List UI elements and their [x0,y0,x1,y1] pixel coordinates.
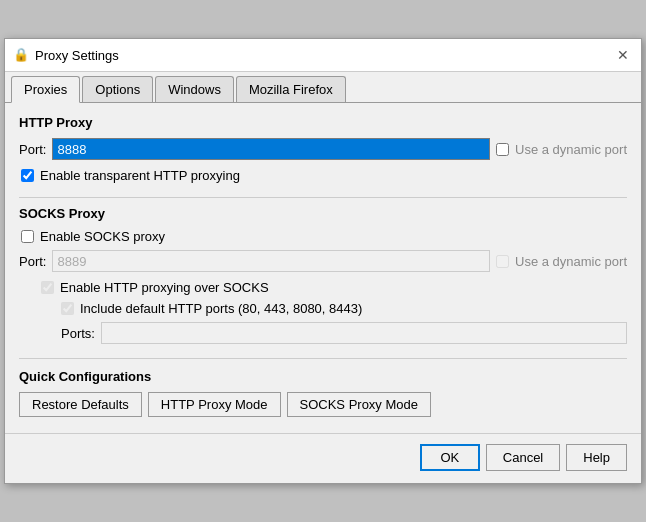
socks-port-label: Port: [19,254,46,269]
ports-label: Ports: [61,326,95,341]
quick-config-section: Quick Configurations Restore Defaults HT… [19,369,627,417]
transparent-http-checkbox[interactable] [21,169,34,182]
http-dynamic-port-label: Use a dynamic port [515,142,627,157]
tab-options[interactable]: Options [82,76,153,102]
enable-socks-checkbox[interactable] [21,230,34,243]
tab-proxies[interactable]: Proxies [11,76,80,103]
section-separator-1 [19,197,627,198]
http-proxy-title: HTTP Proxy [19,115,627,130]
restore-defaults-button[interactable]: Restore Defaults [19,392,142,417]
enable-socks-label: Enable SOCKS proxy [40,229,165,244]
tab-bar: Proxies Options Windows Mozilla Firefox [5,72,641,103]
transparent-http-label: Enable transparent HTTP proxying [40,168,240,183]
help-button[interactable]: Help [566,444,627,471]
http-port-row: Port: Use a dynamic port [19,138,627,160]
http-over-socks-label: Enable HTTP proxying over SOCKS [60,280,269,295]
socks-port-row: Port: Use a dynamic port [19,250,627,272]
title-bar-left: 🔒 Proxy Settings [13,47,119,63]
extra-ports-input[interactable] [101,322,627,344]
socks-dynamic-port-checkbox[interactable] [496,255,509,268]
section-separator-2 [19,358,627,359]
socks-proxy-mode-button[interactable]: SOCKS Proxy Mode [287,392,432,417]
window-title: Proxy Settings [35,48,119,63]
http-over-socks-checkbox[interactable] [41,281,54,294]
http-proxy-mode-button[interactable]: HTTP Proxy Mode [148,392,281,417]
default-ports-label: Include default HTTP ports (80, 443, 808… [80,301,362,316]
quick-config-buttons: Restore Defaults HTTP Proxy Mode SOCKS P… [19,392,627,417]
http-port-input[interactable] [52,138,490,160]
quick-config-title: Quick Configurations [19,369,627,384]
tab-windows[interactable]: Windows [155,76,234,102]
socks-proxy-title: SOCKS Proxy [19,206,627,221]
default-ports-row: Include default HTTP ports (80, 443, 808… [61,301,627,316]
extra-ports-row: Ports: [61,322,627,344]
title-bar: 🔒 Proxy Settings ✕ [5,39,641,72]
socks-proxy-section: SOCKS Proxy Enable SOCKS proxy Port: Use… [19,206,627,344]
transparent-http-row: Enable transparent HTTP proxying [21,168,627,183]
http-port-label: Port: [19,142,46,157]
socks-dynamic-port-label: Use a dynamic port [515,254,627,269]
http-proxy-section: HTTP Proxy Port: Use a dynamic port Enab… [19,115,627,183]
http-dynamic-port-checkbox[interactable] [496,143,509,156]
cancel-button[interactable]: Cancel [486,444,560,471]
close-button[interactable]: ✕ [613,45,633,65]
http-over-socks-row: Enable HTTP proxying over SOCKS [41,280,627,295]
footer: OK Cancel Help [5,433,641,483]
main-window: 🔒 Proxy Settings ✕ Proxies Options Windo… [4,38,642,484]
default-ports-checkbox[interactable] [61,302,74,315]
window-icon: 🔒 [13,47,29,63]
content-area: HTTP Proxy Port: Use a dynamic port Enab… [5,103,641,429]
enable-socks-row: Enable SOCKS proxy [21,229,627,244]
ok-button[interactable]: OK [420,444,480,471]
tab-mozilla-firefox[interactable]: Mozilla Firefox [236,76,346,102]
socks-port-input[interactable] [52,250,490,272]
